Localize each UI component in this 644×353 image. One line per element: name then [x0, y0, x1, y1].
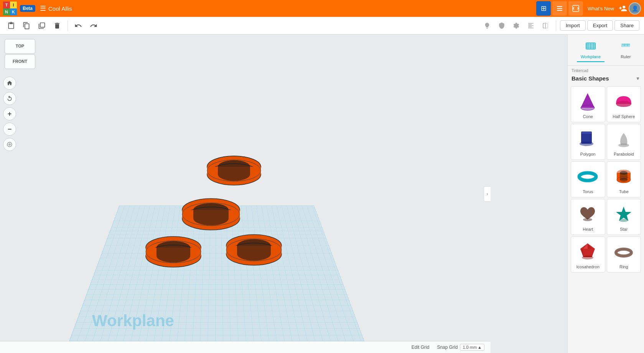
shape-tube[interactable]: Tube [607, 161, 641, 197]
svg-rect-10 [218, 167, 250, 174]
svg-point-64 [583, 218, 592, 221]
svg-point-55 [618, 143, 629, 147]
light-button[interactable] [481, 19, 494, 32]
paste-button[interactable] [5, 19, 18, 32]
logo-k: K [10, 8, 17, 15]
cube-top-face[interactable]: TOP [5, 39, 35, 54]
shape-paraboloid-label: Paraboloid [614, 152, 634, 156]
snap-grid-control[interactable]: Snap Grid 1.0 mm ▲ [437, 344, 484, 351]
library-title-text: Basic Shapes [572, 75, 609, 82]
shape-halfsphere[interactable]: Half Sphere [607, 86, 641, 122]
fit-view-button[interactable] [3, 92, 16, 105]
undo-button[interactable] [72, 19, 85, 32]
library-dropdown-arrow: ▼ [636, 76, 640, 81]
library-source-label: Tinkercad [568, 66, 644, 74]
inspector-button[interactable] [495, 19, 508, 32]
shape-icosahedron[interactable]: Icosahedron [571, 236, 605, 273]
svg-rect-31 [237, 246, 271, 254]
align-button[interactable] [524, 19, 537, 32]
svg-rect-41 [621, 44, 630, 47]
code-blocks-button[interactable] [568, 1, 583, 16]
shape-ring-label: Ring [619, 264, 628, 269]
shapes-grid: Cone Half Sphere [568, 85, 644, 274]
svg-rect-0 [573, 5, 579, 11]
right-panel: Workplane Ruler Tinkercad B [567, 34, 644, 353]
svg-point-63 [620, 178, 628, 182]
toolbar-divider-2 [556, 20, 556, 31]
workplane-tab-icon [585, 40, 596, 53]
home-view-button[interactable] [3, 77, 16, 90]
settings-button[interactable] [510, 19, 523, 32]
view-cube[interactable]: TOP FRONT [5, 39, 35, 70]
shape-cone[interactable]: Cone [571, 86, 605, 122]
tab-workplane[interactable]: Workplane [577, 38, 604, 62]
duplicate-button[interactable] [35, 19, 48, 32]
edit-grid-control[interactable]: Edit Grid [412, 345, 430, 350]
orient-button[interactable] [3, 138, 16, 151]
navigation-controls: + − [3, 77, 16, 151]
delete-button[interactable] [51, 19, 64, 32]
import-button[interactable]: Import [560, 20, 586, 31]
export-button[interactable]: Export [587, 20, 613, 31]
logo-n: N [3, 8, 10, 15]
logo-i: I [10, 2, 17, 8]
mirror-button[interactable] [539, 19, 552, 32]
shape-star-label: Star [620, 227, 628, 232]
svg-point-3 [9, 144, 10, 145]
zoom-out-button[interactable]: − [3, 123, 16, 136]
project-name[interactable]: Cool Allis [48, 5, 72, 12]
shape-icosahedron-label: Icosahedron [576, 264, 600, 269]
tinkercad-logo[interactable]: T I N K [3, 2, 17, 15]
zoom-in-button[interactable]: + [3, 107, 16, 120]
shape-cone-label: Cone [583, 114, 593, 119]
shape-paraboloid[interactable]: Paraboloid [607, 124, 641, 160]
grid-view-button[interactable]: ⊞ [536, 1, 551, 16]
shape-torus[interactable]: Torus [571, 161, 605, 197]
project-menu-icon[interactable]: ☰ [40, 4, 46, 13]
library-title[interactable]: Basic Shapes ▼ [568, 74, 644, 85]
shape-polygon-label: Polygon [580, 152, 596, 156]
project-name-area: ☰ Cool Allis [40, 4, 72, 13]
svg-point-54 [580, 141, 593, 146]
svg-marker-65 [616, 207, 631, 221]
logo-t: T [3, 2, 10, 8]
shape-torus-label: Torus [583, 189, 593, 194]
svg-point-2 [7, 142, 12, 147]
snap-grid-value[interactable]: 1.0 mm ▲ [460, 344, 484, 351]
user-avatar[interactable]: 👤 [629, 2, 641, 15]
toolbar-divider [68, 20, 68, 31]
svg-rect-53 [581, 131, 592, 134]
shape-tube-label: Tube [619, 189, 629, 194]
share-button[interactable]: Share [614, 20, 639, 31]
shape-polygon[interactable]: Polygon [571, 124, 605, 160]
top-navigation-bar: T I N K Beta ☰ Cool Allis ⊞ What's New 👤 [0, 0, 644, 17]
tab-ruler[interactable]: Ruler [616, 38, 635, 62]
ruler-tab-icon [620, 40, 631, 53]
toolbar: Import Export Share [0, 17, 644, 34]
svg-rect-24 [156, 248, 190, 256]
shape-halfsphere-label: Half Sphere [613, 114, 635, 119]
redo-button[interactable] [87, 19, 100, 32]
shape-star[interactable]: Star [607, 199, 641, 235]
svg-marker-48 [581, 93, 595, 108]
copy-button[interactable] [20, 19, 33, 32]
main-area: TOP FRONT + − Workplane [0, 34, 644, 353]
ruler-tab-label: Ruler [621, 54, 631, 59]
toolbar-right: Import Export Share [481, 19, 639, 32]
svg-rect-17 [193, 210, 229, 218]
shape-heart[interactable]: Heart [571, 199, 605, 235]
snap-grid-bar: Edit Grid Snap Grid 1.0 mm ▲ [0, 341, 491, 353]
canvas-area[interactable]: TOP FRONT + − Workplane [0, 34, 567, 353]
add-user-button[interactable] [619, 4, 627, 13]
panel-collapse-handle[interactable]: › [484, 186, 491, 202]
whats-new-button[interactable]: What's New [585, 6, 617, 11]
rings-display [123, 123, 315, 314]
cube-front-face[interactable]: FRONT [5, 54, 35, 69]
svg-point-66 [619, 219, 628, 222]
svg-point-51 [616, 101, 631, 107]
svg-point-71 [582, 256, 593, 259]
topbar-right-controls: ⊞ What's New 👤 [536, 1, 641, 16]
shape-ring[interactable]: Ring [607, 236, 641, 273]
tools-button[interactable] [552, 1, 567, 16]
beta-badge: Beta [20, 5, 35, 12]
